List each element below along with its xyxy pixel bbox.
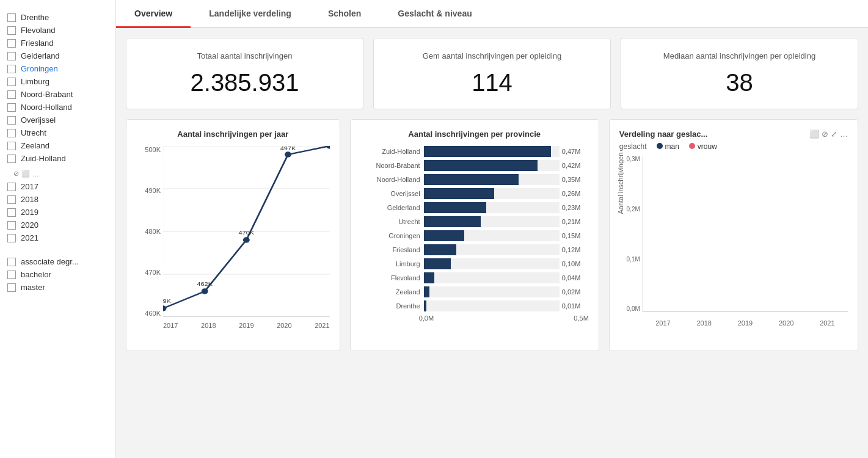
sidebar-province-zuidholland[interactable]: Zuid-Holland: [0, 152, 115, 165]
svg-text:462K: 462K: [197, 281, 213, 287]
kpi-total-title: Totaal aantal inschrijvingen: [141, 51, 348, 62]
hbar-row: Noord-Holland 0,35M: [365, 174, 584, 185]
gbar-icon-filter[interactable]: ⊘: [822, 129, 828, 139]
line-chart-container: 500K 490K 480K 470K 460K: [136, 146, 330, 329]
kpi-avg-title: Gem aantal inschrijvingen per opleiding: [388, 51, 596, 62]
sidebar-province-flevoland[interactable]: Flevoland: [0, 24, 115, 37]
hbar-chart-card: Aantal inschrijvingen per provincie Zuid…: [350, 119, 599, 351]
hbar-row: Zeeland 0,02M: [365, 286, 584, 297]
kpi-card-avg: Gem aantal inschrijvingen per opleiding …: [373, 38, 611, 109]
sidebar-province-overijssel[interactable]: Overijssel: [0, 114, 115, 126]
hbar-row: Gelderland 0,23M: [365, 202, 584, 213]
tab-scholen[interactable]: Scholen: [310, 0, 379, 27]
kpi-card-median: Mediaan aantal inschrijvingen per opleid…: [621, 38, 858, 109]
gbar-chart-title: Verdeling naar geslac...: [619, 129, 708, 139]
sidebar-niveau-master[interactable]: master: [0, 281, 115, 294]
kpi-avg-value: 114: [388, 69, 596, 96]
hbar-row: Flevoland 0,04M: [365, 272, 584, 283]
sidebar-province-drenthe[interactable]: Drenthe: [0, 11, 115, 24]
svg-point-12: [243, 238, 250, 243]
charts-row: Aantal inschrijvingen per jaar 500K 490K…: [126, 119, 858, 351]
gbar-y-axis-title: Aantal inschrijvingen: [617, 153, 624, 214]
hbar-x-axis: 0,0M 0,5M: [360, 314, 589, 322]
jaar-filter-icon[interactable]: ⊘: [13, 170, 19, 178]
sidebar-province-utrecht[interactable]: Utrecht: [0, 126, 115, 139]
svg-text:459K: 459K: [163, 298, 171, 304]
sidebar-province-groningen[interactable]: Groningen: [0, 62, 115, 75]
svg-text:470K: 470K: [238, 230, 254, 236]
jaar-more-icon[interactable]: …: [32, 170, 39, 178]
hbar-chart: Zuid-Holland 0,47M Noord-Brabant 0,42M N…: [360, 146, 589, 311]
gbar-chart-icons: ⬜ ⊘ ⤢ …: [809, 129, 848, 139]
sidebar-province-noordholland[interactable]: Noord-Holland: [0, 101, 115, 114]
gbar-x-labels: 2017 2018 2019 2020 2021: [643, 319, 848, 327]
hbar-row: Groningen 0,15M: [365, 230, 584, 241]
niveau-section-title: [0, 249, 115, 255]
hbar-chart-title: Aantal inschrijvingen per provincie: [360, 129, 589, 139]
sidebar-jaar-2019[interactable]: 2019: [0, 206, 115, 219]
sidebar-jaar-2017[interactable]: 2017: [0, 180, 115, 193]
hbar-row: Overijssel 0,26M: [365, 188, 584, 199]
hbar-row: Zuid-Holland 0,47M: [365, 146, 584, 157]
tab-bar: OverviewLandelijke verdelingScholenGesla…: [116, 0, 868, 28]
line-chart-svg-main: 459K 462K 470K 497K 499K: [163, 146, 330, 317]
kpi-median-value: 38: [636, 69, 843, 96]
sidebar-province-gelderland[interactable]: Gelderland: [0, 49, 115, 62]
line-x-axis: 2017 2018 2019 2020 2021: [163, 322, 330, 329]
hbar-row: Limburg 0,10M: [365, 258, 584, 269]
dashboard-content: Totaal aantal inschrijvingen 2.385.931 G…: [116, 28, 868, 458]
sidebar-niveau-bachelor[interactable]: bachelor: [0, 268, 115, 281]
sidebar-province-noordbrabant[interactable]: Noord-Brabant: [0, 88, 115, 101]
svg-point-10: [163, 306, 166, 311]
gbar-icon-expand[interactable]: ⤢: [831, 129, 837, 139]
hbar-row: Utrecht 0,21M: [365, 216, 584, 227]
jaar-section-header: ⊘ ⬜ …: [0, 165, 115, 180]
gbar-icon-copy[interactable]: ⬜: [809, 129, 819, 139]
sidebar-province-limburg[interactable]: Limburg: [0, 75, 115, 88]
hbar-row: Friesland 0,12M: [365, 244, 584, 255]
line-y-axis: 500K 490K 480K 470K 460K: [136, 146, 161, 317]
sidebar-niveau-associatedegr[interactable]: associate degr...: [0, 255, 115, 268]
tab-geslacht---niveau[interactable]: Geslacht & niveau: [379, 0, 490, 27]
gbar-container: 0,3M 0,2M 0,1M 0,0M 2017: [619, 156, 848, 327]
hbar-row: Noord-Brabant 0,42M: [365, 160, 584, 171]
svg-point-11: [202, 289, 208, 294]
tab-overview[interactable]: Overview: [116, 0, 191, 27]
line-chart-card: Aantal inschrijvingen per jaar 500K 490K…: [126, 119, 340, 351]
gbar-area: [643, 156, 848, 312]
province-section-title: [0, 5, 115, 11]
svg-text:499K: 499K: [314, 146, 330, 147]
svg-text:497K: 497K: [280, 146, 296, 151]
svg-point-13: [285, 152, 291, 158]
sidebar-jaar-2021[interactable]: 2021: [0, 231, 115, 244]
hbar-row: Drenthe 0,01M: [365, 300, 584, 311]
kpi-total-value: 2.385.931: [141, 69, 348, 96]
gbar-chart-card: Verdeling naar geslac... ⬜ ⊘ ⤢ … geslach…: [609, 119, 858, 351]
kpi-median-title: Mediaan aantal inschrijvingen per opleid…: [636, 51, 843, 62]
kpi-row: Totaal aantal inschrijvingen 2.385.931 G…: [126, 38, 858, 109]
tab-landelijke-verdeling[interactable]: Landelijke verdeling: [191, 0, 310, 27]
line-chart-area: 459K 462K 470K 497K 499K: [163, 146, 330, 317]
jaar-export-icon[interactable]: ⬜: [21, 170, 30, 178]
main-content: OverviewLandelijke verdelingScholenGesla…: [116, 0, 868, 458]
gbar-legend: geslacht man vrouw: [619, 142, 848, 151]
gbar-icon-more[interactable]: …: [840, 129, 848, 139]
sidebar-jaar-2020[interactable]: 2020: [0, 219, 115, 231]
line-chart-title: Aantal inschrijvingen per jaar: [136, 129, 330, 139]
sidebar-province-zeeland[interactable]: Zeeland: [0, 139, 115, 152]
sidebar-province-friesland[interactable]: Friesland: [0, 37, 115, 49]
sidebar: DrentheFlevolandFrieslandGelderlandGroni…: [0, 0, 116, 458]
kpi-card-total: Totaal aantal inschrijvingen 2.385.931: [126, 38, 363, 109]
sidebar-jaar-2018[interactable]: 2018: [0, 193, 115, 206]
